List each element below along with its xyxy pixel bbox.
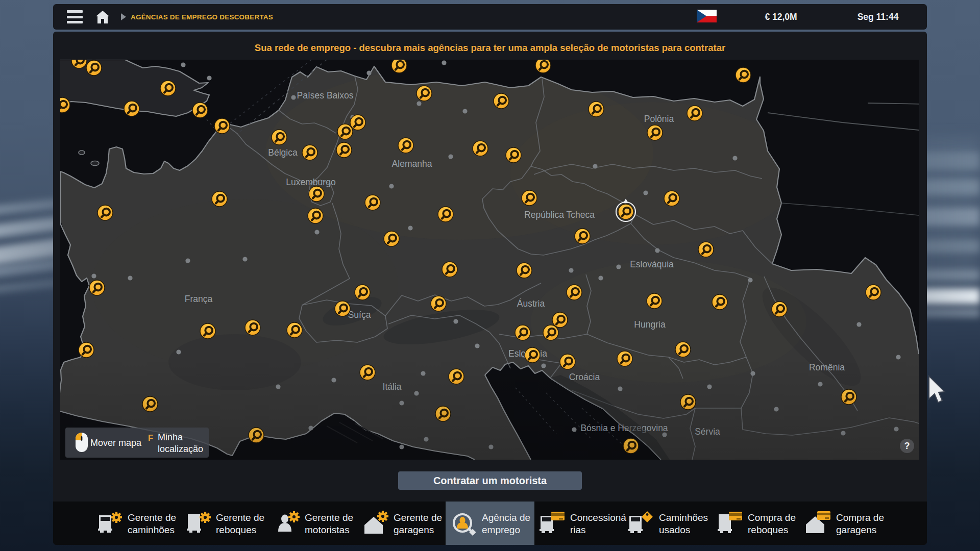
svg-text:Alemanha: Alemanha bbox=[392, 159, 432, 169]
svg-text:Luxemburgo: Luxemburgo bbox=[286, 177, 335, 187]
svg-text:Países Baixos: Países Baixos bbox=[297, 90, 354, 101]
svg-text:Áustria: Áustria bbox=[517, 298, 545, 309]
svg-text:Hungria: Hungria bbox=[634, 319, 666, 330]
svg-text:Eslováquia: Eslováquia bbox=[630, 259, 674, 269]
svg-text:Polônia: Polônia bbox=[644, 114, 674, 124]
svg-text:República Tcheca: República Tcheca bbox=[524, 210, 595, 220]
svg-text:Bélgica: Bélgica bbox=[268, 147, 298, 158]
svg-text:França: França bbox=[185, 294, 213, 304]
svg-text:Suíça: Suíça bbox=[348, 310, 371, 320]
